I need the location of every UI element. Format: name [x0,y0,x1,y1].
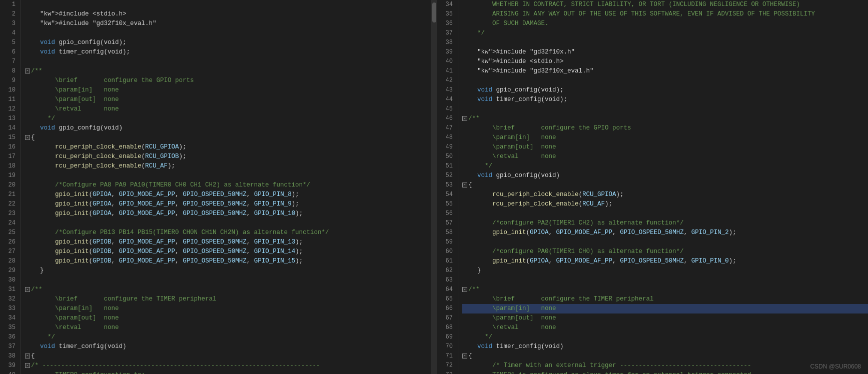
scrollbar-thumb[interactable] [432,2,436,22]
line-number: 41 [441,66,453,76]
line-number: 16 [4,142,16,152]
line-number: 10 [4,86,16,95]
code-line: \brief configure the GPIO ports [25,76,431,86]
code-line: void timer_config(void) [25,342,431,352]
code-line: \param[in] none [25,304,431,314]
code-line: \param[out] none [25,95,431,104]
code-line: rcu_periph_clock_enable(RCU_GPIOB); [25,152,431,162]
line-number: 25 [4,228,16,238]
code-line: gpio_init(GPIOA, GPIO_MODE_AF_PP, GPIO_O… [25,209,431,218]
code-line: \param[out] none [462,142,868,152]
left-code-area: 1234567891011121314151617181920212223242… [0,0,431,374]
code-line: void gpio_config(void); [462,86,868,95]
code-line: -/** [25,285,431,294]
code-line: */ [462,28,868,38]
line-number: 4 [4,28,16,38]
line-number: 69 [441,332,453,342]
code-line [462,209,868,218]
code-line: /*Configure PB13 PB14 PB15(TIMER0 CH0N C… [25,228,431,238]
code-line: TIMER1 is configured as slave timer for … [462,370,868,374]
line-number: 19 [4,171,16,180]
code-line: rcu_periph_clock_enable(RCU_GPIOA); [462,190,868,200]
code-line: } [462,266,868,276]
line-number: 35 [4,323,16,332]
code-line: \retval none [462,323,868,332]
line-number: 39 [4,361,16,370]
right-code-area: 3435363738394041424344454647484950515253… [437,0,868,374]
code-line: \param[in] none [25,86,431,95]
line-number: 70 [441,342,453,352]
code-line: "kw">#include <stdio.h> [25,10,431,19]
line-number: 12 [4,104,16,114]
line-number: 21 [4,190,16,200]
code-line: -/** [462,114,868,124]
code-line: gpio_init(GPIOB, GPIO_MODE_AF_PP, GPIO_O… [25,247,431,256]
line-number: 66 [441,304,453,314]
line-number: 42 [441,76,453,86]
line-number: 34 [441,0,453,10]
line-number: 37 [4,342,16,352]
code-line: /* Timer with an external trigger ------… [462,361,868,370]
code-line: */ [462,332,868,342]
line-number: 60 [441,247,453,256]
line-number: 45 [441,104,453,114]
line-number: 7 [4,57,16,66]
code-line [25,57,431,66]
line-number: 30 [4,276,16,285]
code-line: \retval none [25,104,431,114]
editor-container: 1234567891011121314151617181920212223242… [0,0,868,374]
line-number: 27 [4,247,16,256]
line-number: 58 [441,228,453,238]
line-number: 2 [4,10,16,19]
code-line: -/** [25,66,431,76]
code-line: void timer_config(void); [25,48,431,57]
line-number: 61 [441,256,453,266]
center-scrollbar[interactable] [431,0,437,374]
line-number: 9 [4,76,16,86]
line-number: 65 [441,294,453,304]
code-line: \param[in] none [462,304,868,314]
code-line: -{ [462,180,868,190]
line-number: 38 [4,352,16,361]
line-number: 34 [4,314,16,323]
line-number: 23 [4,209,16,218]
code-line: "kw">#include <stdio.h> [462,57,868,66]
code-line: -/* ------------------------------------… [25,361,431,370]
code-line: -{ [462,352,868,361]
code-line: void gpio_config(void); [25,38,431,48]
code-line: */ [462,162,868,171]
code-line: } [25,266,431,276]
right-pane: 3435363738394041424344454647484950515253… [437,0,868,374]
line-number: 46 [441,114,453,124]
code-line: */ [25,332,431,342]
line-number: 36 [4,332,16,342]
line-number: 43 [441,86,453,95]
code-line: void timer_config(void); [462,95,868,104]
left-pane: 1234567891011121314151617181920212223242… [0,0,431,374]
code-line: -{ [25,133,431,142]
code-line: void timer_config(void) [462,342,868,352]
line-number: 5 [4,38,16,48]
line-number: 13 [4,114,16,124]
left-code-lines: "kw">#include <stdio.h> "kw">#include "g… [21,0,431,374]
line-number: 40 [4,370,16,374]
line-number: 64 [441,285,453,294]
code-line: \brief configure the TIMER peripheral [462,294,868,304]
line-number: 32 [4,294,16,304]
line-number: 18 [4,162,16,171]
code-line: TIMER0 configuration to: [25,370,431,374]
line-number: 1 [4,0,16,10]
code-line: gpio_init(GPIOB, GPIO_MODE_AF_PP, GPIO_O… [25,238,431,247]
line-number: 6 [4,48,16,57]
code-line: \brief configure the TIMER peripheral [25,294,431,304]
line-number: 14 [4,124,16,133]
line-number: 72 [441,361,453,370]
line-number: 68 [441,323,453,332]
line-number: 62 [441,266,453,276]
code-line: "kw">#include "gd32f10x.h" [462,48,868,57]
code-line: /*configure PA0(TIMER1 CH0) as alternate… [462,247,868,256]
line-number: 17 [4,152,16,162]
line-number: 48 [441,133,453,142]
code-line: "kw">#include "gd32f10x_eval.h" [462,66,868,76]
line-number: 40 [441,57,453,66]
